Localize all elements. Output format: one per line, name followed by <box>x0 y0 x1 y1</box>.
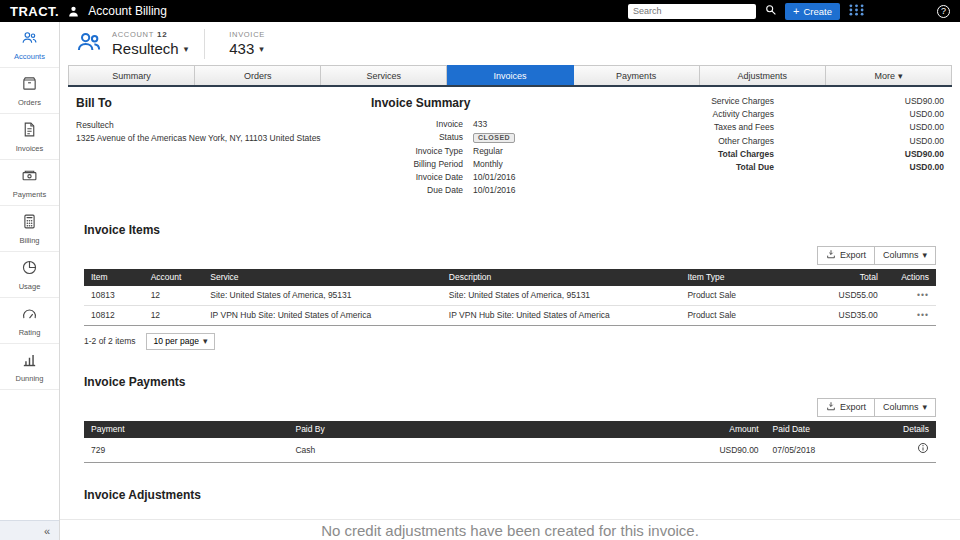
sidebar-item-label: Rating <box>19 328 41 337</box>
invoice-dropdown[interactable]: 433 ▾ <box>229 40 265 57</box>
adjustments-empty-message: No credit adjustments have been created … <box>84 522 936 539</box>
columns-button[interactable]: Columns ▾ <box>875 398 936 417</box>
invoice-items-heading: Invoice Items <box>84 223 936 237</box>
sidebar-collapse-button[interactable]: « <box>0 520 59 540</box>
search-input[interactable] <box>628 4 756 19</box>
orders-icon <box>21 75 38 96</box>
col-header-amount: Amount <box>663 421 765 438</box>
cell-service: Site: United States of America, 95131 <box>203 286 442 306</box>
col-header-item: Item <box>84 269 144 286</box>
cell-account: 12 <box>144 305 204 325</box>
cell-description: Site: United States of America, 95131 <box>442 286 681 306</box>
field-label: Invoice Type <box>371 146 463 156</box>
invoice-adjustments-heading: Invoice Adjustments <box>84 488 936 502</box>
sidebar-item-label: Accounts <box>14 52 45 61</box>
invoice-summary-heading: Invoice Summary <box>371 96 656 110</box>
field-value: 10/01/2016 <box>473 185 516 195</box>
chevron-down-icon: ▾ <box>184 44 189 54</box>
cell-payment: 729 <box>84 438 288 463</box>
table-row: 729 Cash USD90.00 07/05/2018 <box>84 438 936 463</box>
sidebar-item-accounts[interactable]: Accounts <box>0 22 59 68</box>
sidebar-item-dunning[interactable]: Dunning <box>0 344 59 390</box>
chevron-down-icon: ▾ <box>259 44 264 54</box>
charge-row: Other Charges USD0.00 <box>656 136 944 146</box>
columns-label: Columns <box>883 402 919 412</box>
col-header-actions: Actions <box>885 269 936 286</box>
sidebar-item-label: Orders <box>18 98 41 107</box>
tab-summary[interactable]: Summary <box>68 65 195 85</box>
charge-row: Service Charges USD90.00 <box>656 96 944 106</box>
export-button[interactable]: Export <box>817 398 875 417</box>
invoice-number: 433 <box>229 40 254 57</box>
charge-label: Activity Charges <box>713 109 774 119</box>
account-name: Resultech <box>112 40 179 57</box>
cell-item-type: Product Sale <box>680 305 799 325</box>
charge-value: USD90.00 <box>774 96 944 106</box>
tab-orders[interactable]: Orders <box>195 65 321 85</box>
summary-field: Due Date 10/01/2016 <box>371 185 656 195</box>
invoice-summary-section: Bill To Resultech 1325 Avenue of the Ame… <box>76 96 944 198</box>
sidebar: Accounts Orders Invoices Payments Billin… <box>0 22 60 540</box>
tab-more-label: More <box>874 71 895 81</box>
sidebar-item-invoices[interactable]: Invoices <box>0 114 59 160</box>
sidebar-item-orders[interactable]: Orders <box>0 68 59 114</box>
sidebar-item-billing[interactable]: Billing <box>0 206 59 252</box>
invoice-selector-block: INVOICE 433 ▾ <box>229 30 265 57</box>
col-header-service: Service <box>203 269 442 286</box>
row-actions-button[interactable]: ••• <box>885 305 936 325</box>
apps-grid-icon <box>848 3 865 20</box>
chevron-down-icon: ▾ <box>898 71 903 81</box>
summary-field: Invoice Type Regular <box>371 146 656 156</box>
app-logo: TRACT. <box>10 4 59 19</box>
charge-label: Service Charges <box>711 96 774 106</box>
cell-description: IP VPN Hub Site: United States of Americ… <box>442 305 681 325</box>
col-header-paid-date: Paid Date <box>766 421 877 438</box>
billing-icon <box>21 213 38 234</box>
invoice-payments-heading: Invoice Payments <box>84 375 936 389</box>
tab-adjustments[interactable]: Adjustments <box>700 65 826 85</box>
total-charges-row: Total Charges USD90.00 <box>656 149 944 159</box>
invoices-icon <box>21 121 38 142</box>
invoice-payments-toolbar: Export Columns ▾ <box>84 398 936 417</box>
tab-services[interactable]: Services <box>321 65 447 85</box>
cell-total: USD35.00 <box>800 305 885 325</box>
content-area: Bill To Resultech 1325 Avenue of the Ame… <box>60 87 960 539</box>
export-button[interactable]: Export <box>817 246 875 265</box>
bill-to-heading: Bill To <box>76 96 371 110</box>
charge-value: USD0.00 <box>774 122 944 132</box>
row-actions-button[interactable]: ••• <box>885 286 936 306</box>
tab-more[interactable]: More▾ <box>826 65 952 85</box>
account-dropdown[interactable]: Resultech ▾ <box>112 40 188 57</box>
charge-row: Activity Charges USD0.00 <box>656 109 944 119</box>
apps-grid-button[interactable] <box>848 3 865 20</box>
header-divider <box>204 29 205 59</box>
tab-payments[interactable]: Payments <box>574 65 700 85</box>
summary-field: Billing Period Monthly <box>371 159 656 169</box>
account-eyebrow: ACCOUNT12 <box>112 30 188 39</box>
tab-invoices[interactable]: Invoices <box>447 65 573 85</box>
invoice-adjustments-section: Invoice Adjustments No credit adjustment… <box>76 488 944 539</box>
chevron-down-icon: ▾ <box>922 250 927 260</box>
chevron-down-icon: ▾ <box>922 402 927 412</box>
field-label: Billing Period <box>371 159 463 169</box>
details-info-button[interactable] <box>917 442 929 457</box>
help-icon[interactable]: ? <box>937 5 950 18</box>
invoice-payments-section: Invoice Payments Export Columns ▾ Pay <box>76 375 944 463</box>
columns-button[interactable]: Columns ▾ <box>875 246 936 265</box>
account-label: ACCOUNT <box>112 30 154 39</box>
tab-bar: Summary Orders Services Invoices Payment… <box>68 65 952 87</box>
invoice-items-toolbar: Export Columns ▾ <box>84 246 936 265</box>
create-button[interactable]: + Create <box>785 3 840 20</box>
col-header-account: Account <box>144 269 204 286</box>
search-button[interactable] <box>764 3 777 19</box>
sidebar-item-payments[interactable]: Payments <box>0 160 59 206</box>
bill-to-name: Resultech <box>76 119 326 132</box>
cell-item: 10813 <box>84 286 144 306</box>
search-icon <box>764 3 777 19</box>
sidebar-item-rating[interactable]: Rating <box>0 298 59 344</box>
sidebar-item-usage[interactable]: Usage <box>0 252 59 298</box>
table-row: 10813 12 Site: United States of America,… <box>84 286 936 306</box>
per-page-dropdown[interactable]: 10 per page ▾ <box>146 333 216 350</box>
cell-total: USD55.00 <box>800 286 885 306</box>
status-badge: CLOSED <box>473 133 515 143</box>
